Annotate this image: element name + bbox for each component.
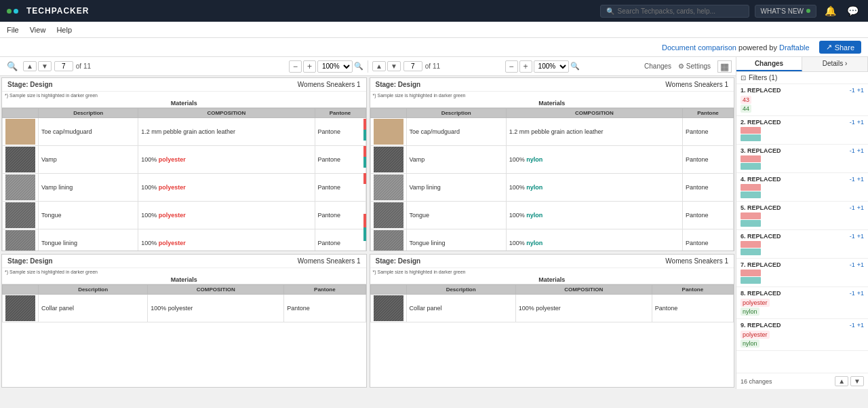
redo-action-4[interactable]: +1 bbox=[857, 176, 864, 183]
prev-page-right[interactable]: ▲ bbox=[372, 61, 386, 71]
zoom-out-left[interactable]: − bbox=[289, 60, 302, 73]
undo-action-5[interactable]: -1 bbox=[850, 204, 855, 211]
img-cell bbox=[370, 174, 406, 202]
undo-action-8[interactable]: -1 bbox=[850, 290, 855, 297]
redo-action-2[interactable]: +1 bbox=[857, 119, 864, 126]
search-icon-left[interactable]: 🔍 bbox=[4, 61, 20, 71]
nav-arrows-left: ▲ ▼ bbox=[23, 61, 52, 71]
page-input-left[interactable] bbox=[54, 61, 73, 71]
bottom-left-materials-title: Materials bbox=[2, 276, 366, 284]
draftable-link[interactable]: Draftable bbox=[779, 43, 810, 52]
change-actions-2: -1 +1 bbox=[850, 119, 864, 126]
whats-new-button[interactable]: WHAT'S NEW bbox=[755, 5, 816, 18]
undo-action-9[interactable]: -1 bbox=[850, 322, 855, 329]
zoom-search-icon-right[interactable]: 🔍 bbox=[570, 62, 580, 71]
tab-changes[interactable]: Changes bbox=[736, 57, 802, 71]
redo-action-7[interactable]: +1 bbox=[857, 261, 864, 268]
change-item-1: 1. REPLACED -1 +1 43 44 bbox=[736, 84, 868, 116]
old-color-4 bbox=[741, 184, 761, 191]
prev-change-button[interactable]: ▲ bbox=[835, 376, 848, 386]
menu-file[interactable]: File bbox=[7, 26, 19, 34]
nav-left: 🔍 ▲ ▼ of 11 − + 100% 75% 125% 150% bbox=[0, 60, 368, 73]
change-header-2: 2. REPLACED -1 +1 bbox=[741, 119, 864, 126]
change-actions-1: -1 +1 bbox=[850, 87, 864, 94]
top-right-panel-header: Stage: Design Womens Sneakers 1 bbox=[370, 78, 734, 92]
col-comp-right: COMPOSITION bbox=[506, 109, 682, 118]
table-row: Toe cap/mudguard 1.2 mm pebble grain act… bbox=[3, 118, 366, 146]
page-input-right[interactable] bbox=[403, 61, 422, 71]
redo-action-5[interactable]: +1 bbox=[857, 204, 864, 211]
next-page-left[interactable]: ▼ bbox=[38, 61, 52, 71]
undo-action-2[interactable]: -1 bbox=[850, 119, 855, 126]
img-cell bbox=[3, 118, 39, 146]
next-page-right[interactable]: ▼ bbox=[387, 61, 401, 71]
change-actions-3: -1 +1 bbox=[850, 147, 864, 154]
redo-action-6[interactable]: +1 bbox=[857, 233, 864, 240]
table-row: Vamp 100% polyester Pantone bbox=[3, 146, 366, 174]
pantone-cell: Pantone bbox=[683, 146, 734, 174]
zoom-search-icon-left[interactable]: 🔍 bbox=[354, 62, 363, 71]
undo-action-6[interactable]: -1 bbox=[850, 233, 855, 240]
top-right-materials-title: Materials bbox=[370, 99, 734, 108]
share-button[interactable]: ↗ Share bbox=[819, 41, 861, 54]
desc-cell: Vamp bbox=[39, 146, 138, 174]
settings-label[interactable]: ⚙ Settings bbox=[678, 62, 711, 70]
undo-action-4[interactable]: -1 bbox=[850, 176, 855, 183]
img-cell bbox=[3, 202, 39, 229]
logo-dot-teal bbox=[14, 9, 18, 14]
desc-cell: Toe cap/mudguard bbox=[406, 118, 506, 146]
comp-cell: 100% polyester bbox=[138, 202, 315, 229]
zoom-out-right[interactable]: − bbox=[505, 60, 518, 73]
bottom-right-table: Description COMPOSITION Pantone Collar p… bbox=[370, 284, 734, 322]
pantone-cell: Pantone bbox=[683, 174, 734, 202]
logo bbox=[7, 9, 18, 14]
chat-icon[interactable]: 💬 bbox=[844, 5, 861, 16]
old-value-8: polyester bbox=[741, 299, 770, 307]
red-indicator-4 bbox=[363, 214, 366, 227]
tab-details[interactable]: Details › bbox=[802, 57, 868, 71]
search-input[interactable] bbox=[618, 7, 743, 15]
zoom-select-right[interactable]: 100% 75% 125% 150% bbox=[534, 60, 569, 73]
doc-comparison-link[interactable]: Document comparison bbox=[662, 43, 736, 52]
right-sidebar: Changes Details › ⊡ Filters (1) 1. REPLA… bbox=[736, 57, 868, 389]
change-actions-6: -1 +1 bbox=[850, 233, 864, 240]
redo-action-1[interactable]: +1 bbox=[857, 87, 864, 94]
top-left-doc-title: Womens Sneakers 1 bbox=[298, 81, 361, 88]
change-item-8: 8. REPLACED -1 +1 polyester nylon bbox=[736, 287, 868, 319]
highlight-text: polyester bbox=[159, 212, 186, 219]
redo-action-3[interactable]: +1 bbox=[857, 147, 864, 154]
zoom-select-left[interactable]: 100% 75% 125% 150% bbox=[317, 60, 353, 73]
pantone-cell: Pantone bbox=[683, 202, 734, 229]
undo-action-1[interactable]: -1 bbox=[850, 87, 855, 94]
table-row: Tongue lining 100% polyester Pantone bbox=[3, 229, 366, 252]
bell-icon[interactable]: 🔔 bbox=[822, 5, 839, 16]
undo-action-3[interactable]: -1 bbox=[850, 147, 855, 154]
thumbnail-icon[interactable]: ▦ bbox=[717, 60, 732, 73]
img-cell bbox=[370, 118, 406, 146]
bottom-left-doc-title: Womens Sneakers 1 bbox=[298, 257, 361, 265]
menu-view[interactable]: View bbox=[30, 26, 46, 34]
col-pantone-bl: Pantone bbox=[284, 285, 366, 295]
panels-area: 🔍 ▲ ▼ of 11 − + 100% 75% 125% 150% bbox=[0, 57, 736, 389]
search-bar[interactable]: 🔍 bbox=[600, 5, 749, 18]
filters-label[interactable]: Filters (1) bbox=[749, 74, 777, 81]
desc-cell: Tongue lining bbox=[39, 229, 138, 252]
next-change-button[interactable]: ▼ bbox=[850, 376, 864, 386]
zoom-in-right[interactable]: + bbox=[519, 60, 532, 73]
change-actions-8: -1 +1 bbox=[850, 290, 864, 297]
desc-cell: Vamp lining bbox=[39, 174, 138, 202]
menu-help[interactable]: Help bbox=[56, 26, 72, 34]
redo-action-8[interactable]: +1 bbox=[857, 290, 864, 297]
comp-cell: 1.2 mm pebble grain action leather bbox=[138, 118, 315, 146]
zoom-in-left[interactable]: + bbox=[303, 60, 316, 73]
comp-cell: 100% polyester bbox=[138, 229, 315, 252]
change-item-7: 7. REPLACED -1 +1 bbox=[736, 259, 868, 287]
total-changes: 16 changes bbox=[741, 378, 772, 385]
table-row: Tongue 100% nylon Pantone bbox=[370, 202, 734, 229]
red-indicator-3 bbox=[363, 173, 366, 184]
redo-action-9[interactable]: +1 bbox=[857, 322, 864, 329]
prev-page-left[interactable]: ▲ bbox=[23, 61, 37, 71]
nav-arrows-right: ▲ ▼ bbox=[372, 61, 401, 71]
highlight-text: nylon bbox=[526, 240, 542, 246]
undo-action-7[interactable]: -1 bbox=[850, 261, 855, 268]
